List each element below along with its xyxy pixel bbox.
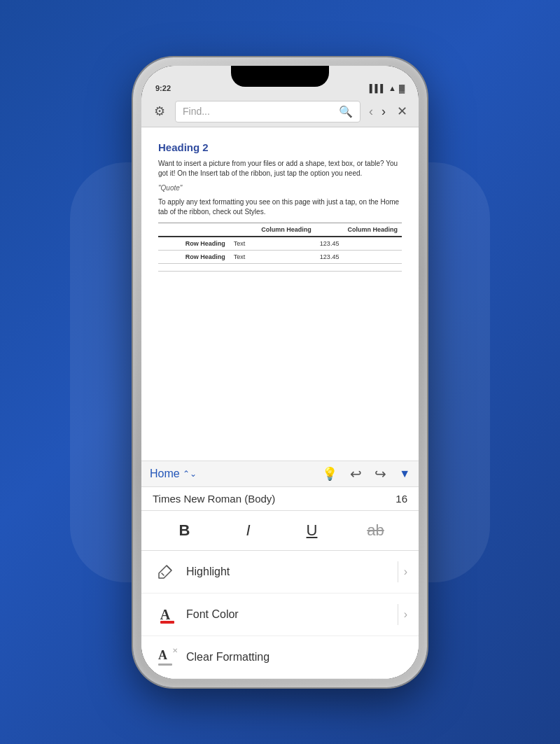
font-color-underbar — [160, 621, 174, 624]
font-color-label: Font Color — [186, 608, 398, 621]
table-col-heading-2: Column Heading — [316, 223, 402, 237]
phone-inner: 9:22 ▌▌▌ ▲ ▓ ⚙ Find... 🔍 — [141, 66, 419, 679]
highlight-icon — [153, 559, 178, 584]
strikethrough-button[interactable]: ab — [362, 517, 390, 545]
highlight-menu-item[interactable]: Highlight › — [141, 551, 419, 594]
screen: 9:22 ▌▌▌ ▲ ▓ ⚙ Find... 🔍 — [141, 66, 419, 679]
undo-button[interactable]: ↩ — [350, 465, 362, 482]
toolbar-tab-row: Home ⌃⌄ 💡 ↩ ↪ ▼ — [141, 461, 419, 487]
table-row-heading-2: Row Heading — [158, 250, 230, 263]
italic-button[interactable]: I — [234, 517, 262, 545]
lightbulb-icon[interactable]: 💡 — [322, 466, 337, 482]
tab-home[interactable]: Home ⌃⌄ — [150, 468, 197, 480]
status-icons: ▌▌▌ ▲ ▓ — [370, 84, 405, 92]
font-color-menu-item[interactable]: A Font Color › — [141, 594, 419, 636]
clear-formatting-menu-item[interactable]: A ✕ Clear Formatting — [141, 636, 419, 679]
find-input[interactable]: Find... 🔍 — [175, 101, 360, 122]
font-size-label[interactable]: 16 — [396, 493, 407, 505]
tab-home-label: Home — [150, 468, 180, 480]
document-area: Heading 2 Want to insert a picture from … — [141, 127, 419, 461]
gear-icon[interactable]: ⚙ — [150, 101, 169, 121]
font-color-icon: A — [153, 602, 178, 627]
table-cell-text-1: Text — [230, 237, 316, 251]
table-cell-text-2: Text — [230, 250, 316, 263]
toolbar-area: Home ⌃⌄ 💡 ↩ ↪ ▼ Times New Roman (Body) — [141, 461, 419, 679]
phone: 9:22 ▌▌▌ ▲ ▓ ⚙ Find... 🔍 — [133, 57, 427, 687]
doc-table: Column Heading Column Heading Row Headin… — [158, 223, 402, 264]
notch — [231, 66, 329, 87]
search-bar: ⚙ Find... 🔍 ‹ › ✕ — [141, 97, 419, 127]
clear-formatting-icon: A ✕ — [153, 645, 178, 670]
underline-button[interactable]: U — [298, 517, 326, 545]
table-cell-value-1: 123.45 — [316, 237, 402, 251]
toolbar-icons: 💡 ↩ ↪ ▼ — [322, 465, 410, 482]
font-color-a-letter: A — [160, 608, 170, 622]
highlight-divider — [398, 561, 398, 582]
battery-icon: ▓ — [399, 84, 405, 92]
table-row: Row Heading Text 123.45 — [158, 237, 402, 251]
font-color-divider — [398, 604, 398, 625]
tab-chevron-icon: ⌃⌄ — [183, 469, 197, 479]
signal-icon: ▌▌▌ — [370, 84, 386, 92]
table-col-heading-1: Column Heading — [230, 223, 316, 237]
bold-button[interactable]: B — [171, 517, 199, 545]
table-cell-value-2: 123.45 — [316, 250, 402, 263]
wifi-icon: ▲ — [388, 84, 396, 92]
nav-arrows: ‹ › — [366, 103, 388, 120]
table-row-heading-1: Row Heading — [158, 237, 230, 251]
doc-body2: To apply any text formatting you see on … — [158, 197, 402, 217]
close-button[interactable]: ✕ — [394, 102, 410, 120]
table-row: Row Heading Text 123.45 — [158, 250, 402, 263]
doc-divider — [158, 271, 402, 272]
redo-button[interactable]: ↪ — [374, 465, 386, 482]
doc-body1: Want to insert a picture from your files… — [158, 159, 402, 178]
highlight-label: Highlight — [186, 566, 398, 578]
nav-forward-button[interactable]: › — [379, 103, 388, 120]
expand-button[interactable]: ▼ — [399, 468, 410, 480]
font-color-arrow-icon: › — [404, 608, 407, 621]
status-time: 9:22 — [155, 84, 171, 92]
search-icon: 🔍 — [339, 105, 353, 118]
highlight-arrow-icon: › — [404, 566, 407, 578]
phone-shell: 9:22 ▌▌▌ ▲ ▓ ⚙ Find... 🔍 — [133, 57, 427, 687]
doc-quote: "Quote" — [158, 184, 402, 192]
search-placeholder: Find... — [183, 106, 210, 117]
clear-formatting-label: Clear Formatting — [186, 651, 407, 664]
nav-back-button[interactable]: ‹ — [366, 103, 376, 120]
format-row: B I U ab — [141, 511, 419, 551]
font-name-label[interactable]: Times New Roman (Body) — [153, 493, 275, 505]
font-row: Times New Roman (Body) 16 — [141, 487, 419, 511]
doc-heading2: Heading 2 — [158, 141, 402, 153]
